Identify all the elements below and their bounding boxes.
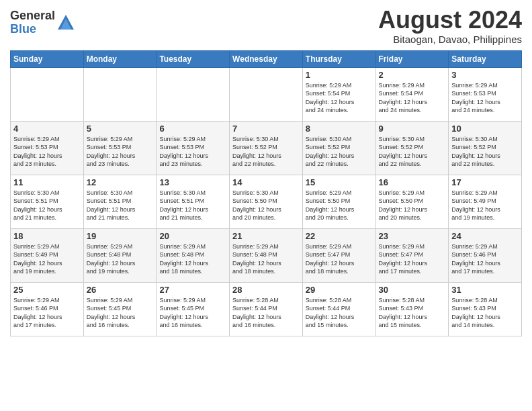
calendar-cell: 8Sunrise: 5:30 AM Sunset: 5:52 PM Daylig… xyxy=(302,121,375,175)
day-number: 9 xyxy=(379,124,446,134)
col-sunday: Sunday xyxy=(11,50,84,67)
day-number: 30 xyxy=(379,285,446,295)
day-number: 15 xyxy=(306,177,373,187)
day-info: Sunrise: 5:28 AM Sunset: 5:43 PM Dayligh… xyxy=(379,296,446,330)
day-info: Sunrise: 5:30 AM Sunset: 5:52 PM Dayligh… xyxy=(232,135,300,169)
day-info: Sunrise: 5:29 AM Sunset: 5:48 PM Dayligh… xyxy=(232,242,300,276)
month-year: August 2024 xyxy=(378,7,522,34)
calendar-cell: 11Sunrise: 5:30 AM Sunset: 5:51 PM Dayli… xyxy=(11,175,84,228)
col-monday: Monday xyxy=(83,50,157,67)
day-info: Sunrise: 5:29 AM Sunset: 5:53 PM Dayligh… xyxy=(451,81,519,115)
day-info: Sunrise: 5:29 AM Sunset: 5:48 PM Dayligh… xyxy=(159,242,226,276)
calendar-week-4: 18Sunrise: 5:29 AM Sunset: 5:49 PM Dayli… xyxy=(11,228,522,282)
day-info: Sunrise: 5:29 AM Sunset: 5:47 PM Dayligh… xyxy=(379,242,446,276)
day-info: Sunrise: 5:29 AM Sunset: 5:45 PM Dayligh… xyxy=(159,296,226,330)
calendar-cell: 30Sunrise: 5:28 AM Sunset: 5:43 PM Dayli… xyxy=(375,282,449,336)
day-number: 4 xyxy=(13,124,81,134)
calendar-cell: 2Sunrise: 5:29 AM Sunset: 5:54 PM Daylig… xyxy=(375,67,449,121)
calendar-cell: 9Sunrise: 5:30 AM Sunset: 5:52 PM Daylig… xyxy=(375,121,449,175)
day-info: Sunrise: 5:29 AM Sunset: 5:50 PM Dayligh… xyxy=(306,189,373,222)
calendar-cell: 22Sunrise: 5:29 AM Sunset: 5:47 PM Dayli… xyxy=(302,228,375,282)
calendar-cell: 24Sunrise: 5:29 AM Sunset: 5:46 PM Dayli… xyxy=(449,228,522,282)
day-number: 14 xyxy=(232,177,300,187)
day-number: 16 xyxy=(379,177,446,187)
calendar-cell: 18Sunrise: 5:29 AM Sunset: 5:49 PM Dayli… xyxy=(11,228,84,282)
day-number: 5 xyxy=(87,124,154,134)
calendar-cell: 23Sunrise: 5:29 AM Sunset: 5:47 PM Dayli… xyxy=(375,228,449,282)
calendar-cell xyxy=(230,67,303,121)
calendar-week-5: 25Sunrise: 5:29 AM Sunset: 5:46 PM Dayli… xyxy=(11,282,522,336)
calendar-cell: 17Sunrise: 5:29 AM Sunset: 5:49 PM Dayli… xyxy=(449,175,522,228)
calendar-week-3: 11Sunrise: 5:30 AM Sunset: 5:51 PM Dayli… xyxy=(11,175,522,228)
day-number: 7 xyxy=(232,124,300,134)
day-number: 20 xyxy=(159,231,226,241)
day-number: 2 xyxy=(379,70,446,80)
day-info: Sunrise: 5:29 AM Sunset: 5:48 PM Dayligh… xyxy=(87,242,154,276)
day-number: 10 xyxy=(451,124,519,134)
day-number: 23 xyxy=(379,231,446,241)
day-info: Sunrise: 5:29 AM Sunset: 5:45 PM Dayligh… xyxy=(87,296,154,330)
day-info: Sunrise: 5:29 AM Sunset: 5:53 PM Dayligh… xyxy=(13,135,81,169)
day-info: Sunrise: 5:30 AM Sunset: 5:51 PM Dayligh… xyxy=(159,189,226,222)
day-number: 22 xyxy=(306,231,373,241)
day-number: 27 xyxy=(159,285,226,295)
day-info: Sunrise: 5:29 AM Sunset: 5:46 PM Dayligh… xyxy=(13,296,81,330)
day-info: Sunrise: 5:30 AM Sunset: 5:51 PM Dayligh… xyxy=(87,189,154,222)
calendar-cell: 31Sunrise: 5:28 AM Sunset: 5:43 PM Dayli… xyxy=(449,282,522,336)
day-info: Sunrise: 5:29 AM Sunset: 5:53 PM Dayligh… xyxy=(87,135,154,169)
day-number: 11 xyxy=(13,177,81,187)
day-number: 24 xyxy=(451,231,519,241)
calendar-cell: 16Sunrise: 5:29 AM Sunset: 5:50 PM Dayli… xyxy=(375,175,449,228)
header-row: Sunday Monday Tuesday Wednesday Thursday… xyxy=(11,50,522,67)
day-info: Sunrise: 5:29 AM Sunset: 5:54 PM Dayligh… xyxy=(379,81,446,115)
calendar-cell xyxy=(157,67,230,121)
calendar-cell: 1Sunrise: 5:29 AM Sunset: 5:54 PM Daylig… xyxy=(302,67,375,121)
col-tuesday: Tuesday xyxy=(157,50,230,67)
day-number: 13 xyxy=(159,177,226,187)
day-info: Sunrise: 5:30 AM Sunset: 5:52 PM Dayligh… xyxy=(306,135,373,169)
day-number: 25 xyxy=(13,285,81,295)
location: Bitaogan, Davao, Philippines xyxy=(378,34,522,45)
day-number: 28 xyxy=(232,285,300,295)
day-info: Sunrise: 5:30 AM Sunset: 5:50 PM Dayligh… xyxy=(232,189,300,222)
day-info: Sunrise: 5:30 AM Sunset: 5:52 PM Dayligh… xyxy=(451,135,519,169)
calendar-cell: 4Sunrise: 5:29 AM Sunset: 5:53 PM Daylig… xyxy=(11,121,84,175)
calendar-cell: 3Sunrise: 5:29 AM Sunset: 5:53 PM Daylig… xyxy=(449,67,522,121)
day-number: 17 xyxy=(451,177,519,187)
day-info: Sunrise: 5:28 AM Sunset: 5:43 PM Dayligh… xyxy=(451,296,519,330)
day-number: 6 xyxy=(159,124,226,134)
calendar-cell xyxy=(11,67,84,121)
calendar-cell: 10Sunrise: 5:30 AM Sunset: 5:52 PM Dayli… xyxy=(449,121,522,175)
day-info: Sunrise: 5:30 AM Sunset: 5:52 PM Dayligh… xyxy=(379,135,446,169)
day-number: 26 xyxy=(87,285,154,295)
day-info: Sunrise: 5:29 AM Sunset: 5:54 PM Dayligh… xyxy=(306,81,373,115)
calendar-cell: 19Sunrise: 5:29 AM Sunset: 5:48 PM Dayli… xyxy=(83,228,157,282)
calendar-cell: 15Sunrise: 5:29 AM Sunset: 5:50 PM Dayli… xyxy=(302,175,375,228)
calendar-cell: 26Sunrise: 5:29 AM Sunset: 5:45 PM Dayli… xyxy=(83,282,157,336)
day-info: Sunrise: 5:29 AM Sunset: 5:49 PM Dayligh… xyxy=(451,189,519,222)
calendar-table: Sunday Monday Tuesday Wednesday Thursday… xyxy=(10,50,522,336)
calendar-cell: 13Sunrise: 5:30 AM Sunset: 5:51 PM Dayli… xyxy=(157,175,230,228)
col-friday: Friday xyxy=(375,50,449,67)
day-number: 29 xyxy=(306,285,373,295)
title-block: August 2024 Bitaogan, Davao, Philippines xyxy=(378,7,522,45)
calendar-cell: 7Sunrise: 5:30 AM Sunset: 5:52 PM Daylig… xyxy=(230,121,303,175)
day-info: Sunrise: 5:29 AM Sunset: 5:46 PM Dayligh… xyxy=(451,242,519,276)
col-wednesday: Wednesday xyxy=(230,50,303,67)
day-info: Sunrise: 5:29 AM Sunset: 5:53 PM Dayligh… xyxy=(159,135,226,169)
calendar-cell: 21Sunrise: 5:29 AM Sunset: 5:48 PM Dayli… xyxy=(230,228,303,282)
calendar-week-2: 4Sunrise: 5:29 AM Sunset: 5:53 PM Daylig… xyxy=(11,121,522,175)
calendar-cell: 27Sunrise: 5:29 AM Sunset: 5:45 PM Dayli… xyxy=(157,282,230,336)
logo-icon xyxy=(56,13,75,32)
calendar-cell: 12Sunrise: 5:30 AM Sunset: 5:51 PM Dayli… xyxy=(83,175,157,228)
col-saturday: Saturday xyxy=(449,50,522,67)
day-number: 18 xyxy=(13,231,81,241)
calendar-cell: 6Sunrise: 5:29 AM Sunset: 5:53 PM Daylig… xyxy=(157,121,230,175)
day-info: Sunrise: 5:30 AM Sunset: 5:51 PM Dayligh… xyxy=(13,189,81,222)
calendar-cell: 25Sunrise: 5:29 AM Sunset: 5:46 PM Dayli… xyxy=(11,282,84,336)
day-number: 12 xyxy=(87,177,154,187)
day-number: 31 xyxy=(451,285,519,295)
logo-blue: Blue xyxy=(10,23,55,36)
day-number: 21 xyxy=(232,231,300,241)
calendar-cell: 29Sunrise: 5:28 AM Sunset: 5:44 PM Dayli… xyxy=(302,282,375,336)
